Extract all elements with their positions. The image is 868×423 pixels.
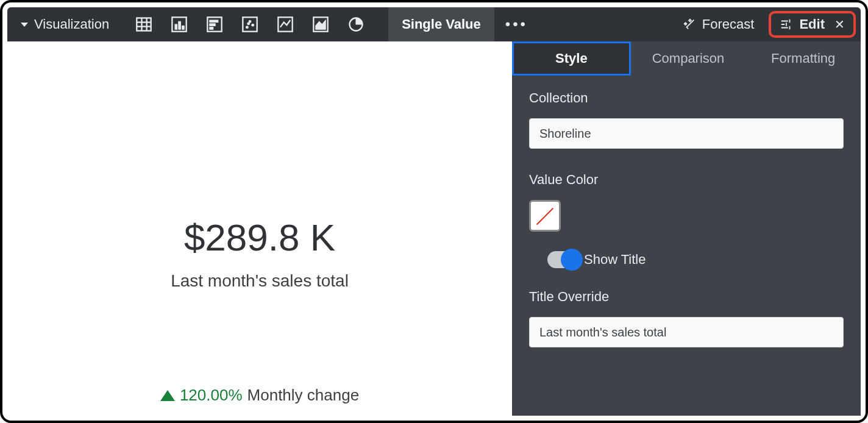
value-color-label: Value Color: [529, 172, 844, 188]
comparison-label: Monthly change: [247, 386, 360, 405]
sparkle-icon: [683, 18, 696, 31]
horizontal-bar-icon[interactable]: [205, 15, 224, 34]
comparison-row: 120.00% Monthly change: [160, 386, 359, 405]
title-override-input[interactable]: [529, 317, 844, 347]
pie-chart-icon[interactable]: [347, 15, 365, 34]
svg-rect-11: [210, 24, 215, 26]
table-icon[interactable]: [135, 15, 153, 34]
visualization-toolbar: Visualization: [7, 7, 861, 41]
visualization-label: Visualization: [34, 16, 109, 32]
single-value-title: Last month's sales total: [171, 271, 349, 291]
ellipsis-icon: •••: [505, 16, 528, 33]
comparison-percent: 120.00%: [180, 386, 243, 405]
collection-input[interactable]: [529, 118, 844, 149]
scatter-icon[interactable]: [241, 15, 259, 34]
tune-icon: [780, 18, 793, 31]
forecast-button[interactable]: Forecast: [672, 7, 766, 41]
show-title-toggle[interactable]: [547, 251, 580, 268]
single-value-button[interactable]: Single Value: [388, 7, 494, 41]
svg-point-17: [247, 23, 250, 25]
up-arrow-icon: [160, 390, 175, 401]
svg-point-14: [246, 26, 249, 29]
visualization-canvas: $289.8 K Last month's sales total 120.00…: [7, 41, 512, 416]
collection-label: Collection: [529, 90, 844, 106]
svg-marker-20: [316, 20, 326, 29]
value-color-swatch[interactable]: [529, 200, 561, 232]
forecast-label: Forecast: [702, 16, 755, 32]
svg-rect-6: [175, 24, 177, 29]
viz-type-icons: [123, 15, 377, 34]
single-value-label: Single Value: [402, 16, 481, 32]
more-viz-button[interactable]: •••: [494, 7, 539, 41]
svg-rect-8: [182, 26, 185, 29]
svg-rect-0: [137, 18, 151, 31]
panel-tabs: Style Comparison Formatting: [512, 41, 861, 76]
svg-rect-12: [210, 27, 213, 30]
edit-button[interactable]: Edit ✕: [769, 11, 856, 38]
caret-down-icon: [21, 23, 28, 27]
edit-label: Edit: [799, 16, 825, 32]
tab-style[interactable]: Style: [512, 41, 631, 76]
svg-rect-10: [210, 20, 218, 23]
svg-rect-13: [243, 17, 257, 31]
close-icon[interactable]: ✕: [834, 17, 845, 32]
tab-comparison[interactable]: Comparison: [631, 41, 746, 76]
bar-chart-icon[interactable]: [170, 15, 188, 34]
tab-formatting[interactable]: Formatting: [745, 41, 861, 76]
area-chart-icon[interactable]: [311, 15, 330, 34]
svg-rect-7: [179, 21, 181, 29]
show-title-label: Show Title: [584, 252, 646, 268]
line-chart-icon[interactable]: [276, 15, 294, 34]
title-override-label: Title Override: [529, 289, 844, 305]
single-value-display: $289.8 K: [184, 216, 335, 259]
visualization-dropdown[interactable]: Visualization: [7, 7, 123, 41]
svg-point-16: [252, 24, 254, 26]
edit-side-panel: Style Comparison Formatting Collection V…: [512, 41, 861, 416]
